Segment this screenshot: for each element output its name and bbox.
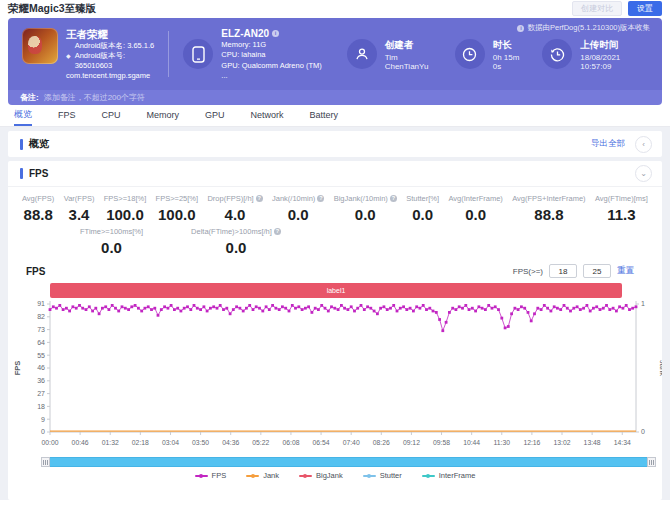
stat-value: 11.3 (607, 206, 635, 223)
svg-text:73: 73 (37, 326, 45, 333)
svg-text:00:46: 00:46 (72, 439, 89, 446)
info-icon: i (517, 25, 524, 32)
zoom-handle-left[interactable] (41, 457, 50, 467)
svg-text:27: 27 (37, 390, 45, 397)
svg-text:18: 18 (37, 403, 45, 410)
svg-text:9: 9 (41, 416, 45, 423)
stat-label: Avg(FPS) (22, 194, 54, 203)
device-info: ELZ-AN20i Memory: 11G CPU: lahaina GPU: … (183, 27, 322, 82)
svg-text:06:54: 06:54 (313, 439, 330, 446)
stat-label: FPS>=18[%] (104, 194, 147, 203)
settings-button[interactable]: 设置 (628, 1, 662, 16)
stat-label: Avg(InterFrame) (448, 194, 502, 203)
svg-text:36: 36 (37, 377, 45, 384)
stat-value: 4.0 (225, 206, 246, 223)
stat-value: 0.0 (101, 239, 122, 256)
fps-chart[interactable]: 0918273646556473829101FPSJank00:0000:460… (8, 298, 662, 456)
svg-text:13:48: 13:48 (584, 439, 601, 446)
fps-panel: FPS ⌄ Avg(FPS)88.8Var(FPS)3.4FPS>=18[%]1… (8, 161, 662, 500)
tab-gpu[interactable]: GPU (205, 105, 225, 126)
stat-fps-25-: FPS>=25[%]100.0 (156, 194, 199, 223)
legend-item-stutter[interactable]: Stutter (363, 471, 402, 480)
tab-battery[interactable]: Battery (310, 105, 339, 126)
help-icon[interactable]: ? (256, 195, 263, 202)
stat-var-fps-: Var(FPS)3.4 (64, 194, 95, 223)
stat-label: Drop(FPS)[/h]? (207, 194, 262, 203)
svg-text:46: 46 (37, 364, 45, 371)
window-topbar: 荣耀Magic3至臻版 创建对比 设置 (0, 0, 670, 17)
fps-threshold-input-1[interactable] (549, 264, 577, 278)
legend-label: FPS (212, 471, 227, 480)
help-icon[interactable]: ? (274, 228, 281, 235)
compare-button[interactable]: 创建对比 (572, 1, 622, 16)
overview-title: 概览 (29, 137, 49, 151)
stat-ftime-100ms-: FTime>=100ms[%]0.0 (80, 227, 143, 256)
legend-marker (299, 475, 312, 477)
section-tabs: 概览FPSCPUMemoryGPUNetworkBattery (0, 105, 670, 127)
fps-section-header: FPS ⌄ (8, 161, 662, 187)
app-version-name: Android版本名: 3.65.1.6 (75, 41, 165, 51)
duration-value: 0h 15m 0s (493, 53, 527, 71)
help-icon[interactable]: ? (317, 195, 324, 202)
help-icon[interactable]: ? (390, 195, 397, 202)
collapse-left-icon[interactable]: ‹ (635, 136, 652, 153)
app-name: 王者荣耀 (66, 28, 164, 41)
fps-title: FPS (29, 168, 48, 179)
clock-icon (455, 39, 485, 69)
device-info-icon[interactable]: i (272, 30, 279, 37)
device-cpu: CPU: lahaina (221, 50, 322, 61)
fps-stats-row2: FTime>=100ms[%]0.0Delta(FTime)>100ms[/h]… (8, 223, 662, 258)
fps-threshold-input-2[interactable] (583, 264, 611, 278)
export-all-link[interactable]: 导出全部 (591, 138, 625, 150)
stat-value: 100.0 (106, 206, 144, 223)
legend-item-fps[interactable]: FPS (195, 471, 227, 480)
svg-text:08:26: 08:26 (373, 439, 390, 446)
legend-item-interframe[interactable]: InterFrame (422, 471, 476, 480)
upload-value: 18/08/2021 10:57:09 (580, 53, 648, 71)
creator-info: 创建者 Tim ChenTianYu (347, 38, 439, 71)
user-icon (347, 39, 377, 69)
svg-text:03:04: 03:04 (162, 439, 179, 446)
version-icon: ◆ (66, 51, 71, 61)
svg-text:05:22: 05:22 (252, 439, 269, 446)
stat-fps-18-: FPS>=18[%]100.0 (104, 194, 147, 223)
history-clock-icon (542, 39, 572, 69)
creator-label: 创建者 (385, 38, 439, 51)
notes-label: 备注: (20, 92, 39, 103)
stat-label: Avg(FPS+InterFrame) (512, 194, 585, 203)
collapse-down-icon[interactable]: ⌄ (635, 165, 652, 182)
label1-marker-bar[interactable]: label1 (50, 283, 622, 298)
svg-text:10:44: 10:44 (463, 439, 480, 446)
stat-label: FTime>=100ms[%] (80, 227, 143, 236)
tab-memory[interactable]: Memory (147, 105, 180, 126)
stat-label: Delta(FTime)>100ms[/h]? (191, 227, 281, 236)
tab-fps[interactable]: FPS (58, 105, 76, 126)
svg-text:12:16: 12:16 (523, 439, 540, 446)
collect-note: i 数据由PerfDog(5.1.210300)版本收集 (517, 23, 650, 33)
fps-chart-svg: 0918273646556473829101FPSJank00:0000:460… (8, 298, 662, 456)
zoom-range[interactable] (50, 457, 647, 467)
chart-legend: FPSJankBigJankStutterInterFrame (8, 467, 662, 480)
fps-stats-row1: Avg(FPS)88.8Var(FPS)3.4FPS>=18[%]100.0FP… (8, 187, 662, 223)
tab-概览[interactable]: 概览 (14, 105, 32, 126)
svg-text:82: 82 (37, 313, 45, 320)
stat-label: Avg(FTime)[ms] (595, 194, 648, 203)
fps-filter-label: FPS(>=) (513, 267, 543, 276)
y-axis-label-right: Jank (658, 360, 662, 376)
reset-link[interactable]: 重置 (617, 265, 634, 277)
legend-item-jank[interactable]: Jank (246, 471, 279, 480)
svg-text:09:58: 09:58 (433, 439, 450, 446)
stat-label: Stutter[%] (406, 194, 439, 203)
stat-value: 88.8 (24, 206, 53, 223)
tab-cpu[interactable]: CPU (102, 105, 121, 126)
tab-network[interactable]: Network (251, 105, 284, 126)
duration-info: 时长 0h 15m 0s (455, 38, 527, 71)
app-info: 王者荣耀 ◆ Android版本名: 3.65.1.6 Android版本号: … (22, 28, 164, 81)
stat-value: 0.0 (355, 206, 376, 223)
legend-marker (363, 475, 376, 477)
notes-input[interactable]: 备注: 添加备注，不超过200个字符 (8, 90, 662, 105)
chart-zoom-scrollbar[interactable] (41, 457, 656, 467)
legend-item-bigjank[interactable]: BigJank (299, 471, 343, 480)
zoom-handle-right[interactable] (647, 457, 656, 467)
chart-title: FPS (26, 266, 45, 277)
